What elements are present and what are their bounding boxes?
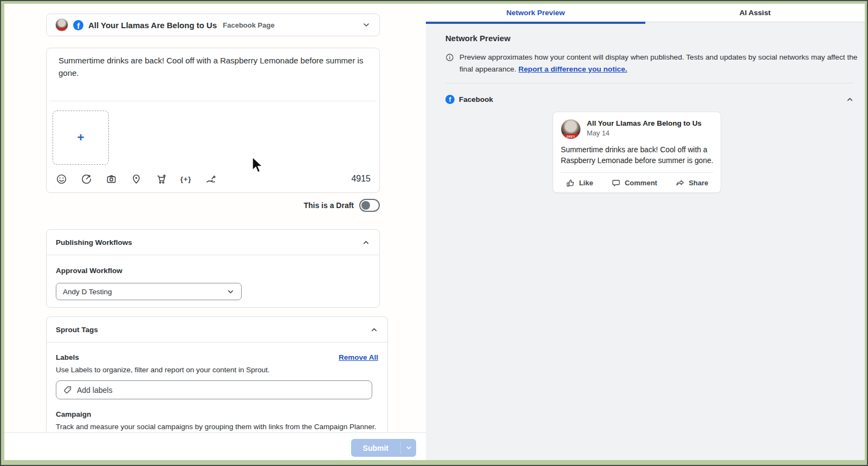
facebook-preview-section-header: f Facebook <box>445 93 854 105</box>
publishing-workflows-card: Publishing Workflows Approval Workflow A… <box>46 229 380 308</box>
draft-toggle[interactable] <box>359 199 380 212</box>
preview-disclaimer: Preview approximates how your content wi… <box>445 51 868 75</box>
draft-toggle-row: This is a Draft <box>46 199 380 212</box>
chevron-up-icon <box>362 238 370 247</box>
approval-workflow-select[interactable]: Andy D Testing <box>56 283 242 300</box>
section-title: Sprout Tags <box>56 326 98 334</box>
share-button[interactable]: Share <box>671 176 712 190</box>
network-preview-content: Network Preview Preview approximates how… <box>426 24 865 460</box>
post-actions: Like Comment Share <box>556 173 717 193</box>
labels-description: Use Labels to organize, filter and repor… <box>56 366 378 374</box>
location-pin-icon[interactable] <box>129 172 143 186</box>
add-labels-field[interactable] <box>56 380 372 399</box>
approval-workflow-label: Approval Workflow <box>56 267 122 275</box>
chevron-up-icon <box>370 326 378 334</box>
publishing-workflows-header[interactable]: Publishing Workflows <box>47 230 379 255</box>
profile-network-type: Facebook Page <box>223 21 274 29</box>
divider <box>445 83 854 83</box>
add-labels-input[interactable] <box>77 386 337 394</box>
chevron-down-icon <box>362 21 371 29</box>
sprout-tags-card: Sprout Tags Labels Remove All Use Labels… <box>46 316 388 432</box>
asset-library-icon[interactable] <box>204 172 218 186</box>
network-name: Facebook <box>459 95 493 103</box>
comment-button[interactable]: Comment <box>607 176 662 190</box>
facebook-network-icon: f <box>73 20 83 30</box>
emoji-picker-icon[interactable] <box>54 172 68 186</box>
message-textarea[interactable]: Summertime drinks are back! Cool off wit… <box>59 54 370 79</box>
composer-panel: f All Your Llamas Are Belong to Us Faceb… <box>3 4 426 460</box>
chevron-down-icon <box>226 288 235 296</box>
section-title: Publishing Workflows <box>56 238 132 247</box>
report-difference-link[interactable]: Report a difference you notice. <box>519 65 627 73</box>
sprout-tags-header[interactable]: Sprout Tags <box>47 317 387 342</box>
preview-panel: Network Preview AI Assist Network Previe… <box>426 4 865 460</box>
collapse-chevron-up-icon[interactable] <box>846 95 854 103</box>
product-cart-icon[interactable] <box>154 172 168 186</box>
add-media-dropzone[interactable]: + <box>53 111 109 165</box>
draft-toggle-label: This is a Draft <box>303 201 354 210</box>
submit-options-button[interactable] <box>401 439 416 457</box>
campaign-title: Campaign <box>56 410 378 418</box>
post-author: All Your Llamas Are Belong to Us <box>587 119 702 127</box>
submit-split-button: Submit <box>351 439 416 457</box>
preview-tabbar: Network Preview AI Assist <box>426 4 865 22</box>
message-variable-icon[interactable]: {+} <box>179 172 193 186</box>
thumbs-up-icon <box>566 178 575 188</box>
post-avatar: OBEY <box>561 119 581 139</box>
post-date: May 14 <box>587 129 702 137</box>
labels-title: Labels <box>56 353 79 361</box>
compose-divider <box>49 101 377 101</box>
compose-toolbar: {+} <box>54 172 218 186</box>
network-preview-heading: Network Preview <box>445 34 510 43</box>
tag-icon <box>63 385 72 394</box>
post-text: Summertime drinks are back! Cool off wit… <box>561 145 715 166</box>
campaign-description: Track and measure your social campaigns … <box>56 423 378 431</box>
approval-workflow-value: Andy D Testing <box>63 288 112 296</box>
like-button[interactable]: Like <box>561 176 598 190</box>
facebook-post-preview: OBEY All Your Llamas Are Belong to Us Ma… <box>553 112 721 193</box>
facebook-icon: f <box>445 95 455 104</box>
plus-icon: + <box>77 132 85 144</box>
content-suggestions-icon[interactable] <box>79 172 93 186</box>
remove-all-link[interactable]: Remove All <box>339 353 378 361</box>
info-icon <box>445 53 454 75</box>
profile-avatar <box>55 18 68 31</box>
composer-footer: Submit <box>3 432 426 461</box>
submit-button[interactable]: Submit <box>351 439 400 457</box>
toggle-knob <box>361 201 370 210</box>
share-arrow-icon <box>675 178 685 188</box>
camera-media-icon[interactable] <box>104 172 118 186</box>
tab-network-preview[interactable]: Network Preview <box>426 4 645 22</box>
tab-ai-assist[interactable]: AI Assist <box>645 4 865 22</box>
compose-card: Summertime drinks are back! Cool off wit… <box>46 48 380 193</box>
comment-bubble-icon <box>611 178 621 188</box>
character-count: 4915 <box>351 174 371 184</box>
profile-selector[interactable]: f All Your Llamas Are Belong to Us Faceb… <box>46 14 380 36</box>
profile-name: All Your Llamas Are Belong to Us <box>88 21 217 30</box>
